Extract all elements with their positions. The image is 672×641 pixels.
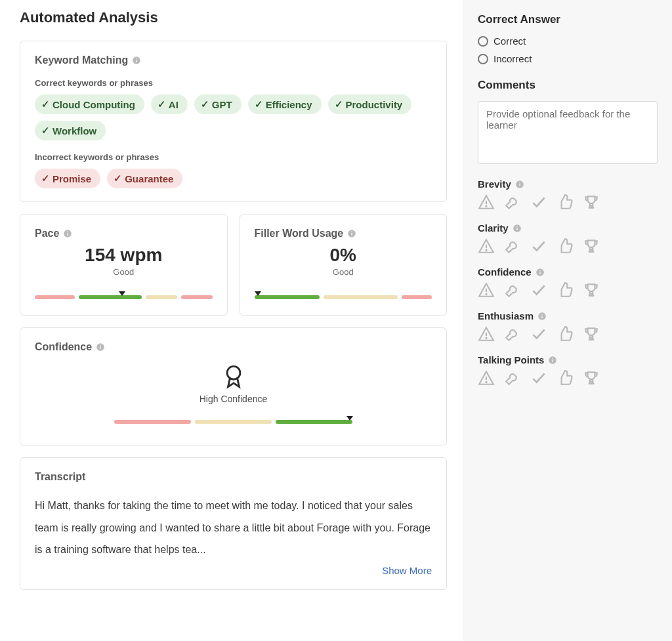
svg-rect-24 bbox=[539, 271, 540, 274]
check-icon[interactable] bbox=[530, 369, 547, 386]
info-icon[interactable] bbox=[96, 342, 105, 352]
wrench-icon[interactable] bbox=[504, 325, 521, 342]
wrench-icon[interactable] bbox=[504, 238, 521, 255]
check-icon: ✓ bbox=[41, 125, 50, 136]
check-icon[interactable] bbox=[530, 281, 547, 299]
thumbs-up-icon[interactable] bbox=[556, 238, 574, 255]
info-icon[interactable] bbox=[132, 56, 141, 65]
wrench-icon[interactable] bbox=[504, 281, 521, 299]
svg-point-22 bbox=[486, 250, 486, 251]
confidence-label: High Confidence bbox=[200, 394, 268, 404]
pace-bar bbox=[35, 295, 213, 302]
keyword-chip: ✓ Productivity bbox=[328, 94, 412, 114]
trophy-icon[interactable] bbox=[583, 194, 600, 211]
warning-icon[interactable] bbox=[478, 238, 495, 255]
pace-rating: Good bbox=[35, 267, 213, 277]
keyword-matching-title-text: Keyword Matching bbox=[35, 54, 128, 66]
keyword-chip: ✓ AI bbox=[151, 94, 188, 114]
trophy-icon[interactable] bbox=[583, 281, 600, 299]
svg-point-32 bbox=[486, 338, 486, 339]
radio-label: Incorrect bbox=[494, 53, 532, 64]
rating-icon-row bbox=[478, 238, 658, 255]
radio-icon bbox=[478, 54, 488, 64]
check-icon[interactable] bbox=[530, 325, 547, 342]
svg-rect-5 bbox=[68, 232, 68, 232]
trophy-icon[interactable] bbox=[583, 238, 600, 255]
svg-rect-15 bbox=[519, 182, 520, 182]
svg-rect-14 bbox=[519, 183, 520, 186]
svg-point-12 bbox=[227, 366, 240, 379]
radio-label: Correct bbox=[494, 35, 526, 47]
criterion-block: Brevity bbox=[478, 178, 658, 211]
filler-card: Filler Word Usage 0% Good bbox=[240, 214, 448, 316]
svg-point-37 bbox=[486, 382, 486, 383]
info-icon[interactable] bbox=[548, 356, 557, 365]
thumbs-up-icon[interactable] bbox=[556, 281, 574, 299]
info-icon[interactable] bbox=[515, 180, 524, 189]
rating-icon-row bbox=[478, 194, 658, 211]
correct-answer-option[interactable]: Correct bbox=[478, 35, 658, 47]
check-icon: ✓ bbox=[41, 98, 50, 110]
trophy-icon[interactable] bbox=[583, 325, 600, 342]
info-icon[interactable] bbox=[63, 229, 72, 238]
confidence-card: Confidence High Confidence bbox=[20, 327, 447, 445]
warning-icon[interactable] bbox=[478, 369, 495, 386]
correct-answer-option[interactable]: Incorrect bbox=[478, 53, 658, 64]
svg-rect-1 bbox=[136, 60, 137, 62]
bar-segment bbox=[195, 420, 272, 424]
bar-segment bbox=[79, 295, 142, 299]
svg-rect-30 bbox=[541, 314, 542, 314]
show-more-link[interactable]: Show More bbox=[35, 565, 432, 576]
check-icon: ✓ bbox=[255, 98, 263, 110]
check-icon[interactable] bbox=[530, 238, 547, 255]
thumbs-up-icon[interactable] bbox=[556, 369, 574, 386]
transcript-card: Transcript Hi Matt, thanks for taking th… bbox=[20, 457, 447, 590]
keyword-chip: ✓ Cloud Computing bbox=[35, 94, 144, 114]
correct-keywords-list: ✓ Cloud Computing✓ AI✓ GPT✓ Efficiency✓ … bbox=[35, 94, 432, 140]
check-icon: ✓ bbox=[201, 98, 209, 110]
bar-segment bbox=[324, 295, 398, 299]
criterion-block: Talking Points bbox=[478, 354, 658, 386]
warning-icon[interactable] bbox=[478, 194, 495, 211]
wrench-icon[interactable] bbox=[504, 369, 521, 386]
info-icon[interactable] bbox=[513, 224, 522, 233]
transcript-body: Hi Matt, thanks for taking the time to m… bbox=[35, 495, 432, 561]
svg-point-17 bbox=[486, 206, 486, 207]
wrench-icon[interactable] bbox=[504, 194, 521, 211]
bar-pointer bbox=[255, 291, 261, 296]
keyword-chip: ✓ Guarantee bbox=[107, 169, 182, 188]
svg-rect-2 bbox=[136, 58, 137, 59]
filler-title: Filler Word Usage bbox=[255, 228, 344, 239]
keyword-matching-title: Keyword Matching bbox=[35, 54, 432, 66]
filler-value: 0% bbox=[255, 245, 432, 266]
check-icon[interactable] bbox=[530, 194, 547, 211]
warning-icon[interactable] bbox=[478, 281, 495, 299]
incorrect-keywords-list: ✓ Promise✓ Guarantee bbox=[35, 169, 432, 188]
thumbs-up-icon[interactable] bbox=[556, 325, 574, 342]
warning-icon[interactable] bbox=[478, 325, 495, 342]
thumbs-up-icon[interactable] bbox=[556, 194, 574, 211]
svg-rect-10 bbox=[100, 346, 101, 349]
check-icon: ✓ bbox=[335, 98, 343, 110]
info-icon[interactable] bbox=[347, 229, 356, 238]
rating-icon-row bbox=[478, 369, 658, 386]
info-icon[interactable] bbox=[536, 268, 545, 277]
comments-heading: Comments bbox=[478, 79, 658, 92]
page-title: Automated Analysis bbox=[20, 9, 447, 26]
confidence-bar bbox=[114, 420, 352, 426]
criterion-title: Talking Points bbox=[478, 354, 658, 365]
comments-textarea[interactable] bbox=[478, 101, 658, 164]
svg-rect-25 bbox=[539, 270, 540, 270]
check-icon: ✓ bbox=[41, 173, 50, 184]
bar-segment bbox=[146, 295, 177, 299]
keyword-chip: ✓ Efficiency bbox=[248, 94, 322, 114]
check-icon: ✓ bbox=[158, 98, 166, 110]
keyword-chip: ✓ GPT bbox=[194, 94, 242, 114]
rating-icon-row bbox=[478, 325, 658, 342]
trophy-icon[interactable] bbox=[583, 369, 600, 386]
info-icon[interactable] bbox=[537, 312, 547, 321]
criterion-title: Confidence bbox=[478, 266, 658, 278]
svg-rect-35 bbox=[553, 358, 553, 358]
pace-card: Pace 154 wpm Good bbox=[20, 214, 228, 316]
correct-keywords-label: Correct keywords or phrases bbox=[35, 78, 432, 88]
